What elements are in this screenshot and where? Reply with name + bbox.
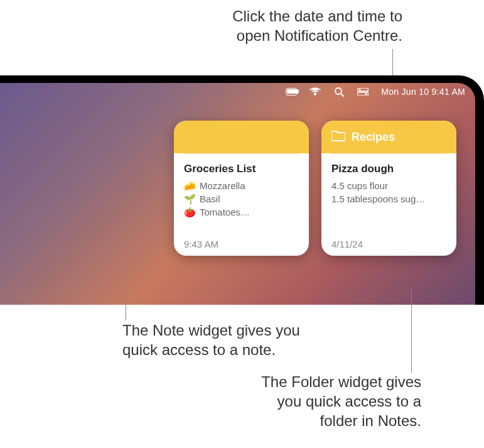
- callout-pointer-line: [126, 289, 126, 320]
- herb-emoji-icon: 🌱: [184, 192, 196, 205]
- list-item: 🧀 Mozzarella: [184, 179, 299, 192]
- svg-point-3: [359, 89, 361, 90]
- folder-header-title: Recipes: [352, 131, 395, 144]
- callout-notification-centre: Click the date and time to open Notifica…: [232, 6, 402, 45]
- note-title: Groceries List: [184, 163, 299, 175]
- callout-text: The Note widget gives you: [122, 320, 348, 340]
- svg-line-1: [341, 94, 343, 96]
- tomato-emoji-icon: 🍅: [184, 205, 196, 219]
- callout-text: Click the date and time to: [232, 6, 402, 26]
- folder-note-content: 4.5 cups flour 1.5 tablespoons sug…: [331, 179, 446, 205]
- menubar: Mon Jun 10 9:41 AM: [0, 83, 475, 101]
- list-item: 🍅 Tomatoes…: [184, 205, 299, 219]
- folder-widget[interactable]: Recipes Pizza dough 4.5 cups flour 1.5 t…: [321, 121, 456, 256]
- folder-icon: [331, 130, 345, 144]
- note-content: 🧀 Mozzarella 🌱 Basil 🍅 Tomatoes…: [184, 179, 299, 219]
- content-line: 1.5 tablespoons sug…: [331, 192, 446, 205]
- note-timestamp: 9:43 AM: [184, 239, 299, 249]
- callout-text: quick access to a note.: [122, 340, 348, 359]
- device-bezel: Mon Jun 10 9:41 AM Groceries List 🧀 Mozz…: [0, 75, 484, 305]
- desktop-screen: Mon Jun 10 9:41 AM Groceries List 🧀 Mozz…: [0, 83, 475, 305]
- menubar-datetime[interactable]: Mon Jun 10 9:41 AM: [381, 87, 465, 97]
- widget-body: Pizza dough 4.5 cups flour 1.5 tablespoo…: [321, 154, 456, 256]
- callout-folder-widget: The Folder widget gives you quick access…: [208, 372, 421, 431]
- item-text: Mozzarella: [200, 179, 245, 192]
- callout-text: open Notification Centre.: [232, 26, 402, 45]
- callout-pointer-line: [411, 289, 412, 373]
- wifi-icon[interactable]: [309, 87, 321, 96]
- item-text: Basil: [200, 192, 220, 205]
- content-line: 4.5 cups flour: [331, 179, 446, 192]
- note-widget[interactable]: Groceries List 🧀 Mozzarella 🌱 Basil 🍅: [174, 121, 309, 256]
- callout-note-widget: The Note widget gives you quick access t…: [122, 320, 348, 359]
- widget-header-folder: Recipes: [321, 121, 456, 153]
- widget-header-plain: [174, 121, 309, 153]
- cheese-emoji-icon: 🧀: [184, 179, 196, 192]
- widgets-container: Groceries List 🧀 Mozzarella 🌱 Basil 🍅: [174, 121, 456, 256]
- callout-text: folder in Notes.: [208, 411, 421, 430]
- folder-note-date: 4/11/24: [331, 239, 446, 249]
- folder-note-title: Pizza dough: [331, 163, 446, 175]
- search-icon[interactable]: [333, 87, 345, 96]
- svg-point-5: [365, 93, 367, 95]
- widget-body: Groceries List 🧀 Mozzarella 🌱 Basil 🍅: [174, 154, 309, 256]
- battery-icon[interactable]: [286, 87, 297, 96]
- item-text: Tomatoes…: [200, 205, 250, 219]
- callout-text: The Folder widget gives: [208, 372, 421, 391]
- callout-text: you quick access to a: [208, 391, 421, 411]
- list-item: 🌱 Basil: [184, 192, 299, 205]
- control-centre-icon[interactable]: [357, 87, 368, 96]
